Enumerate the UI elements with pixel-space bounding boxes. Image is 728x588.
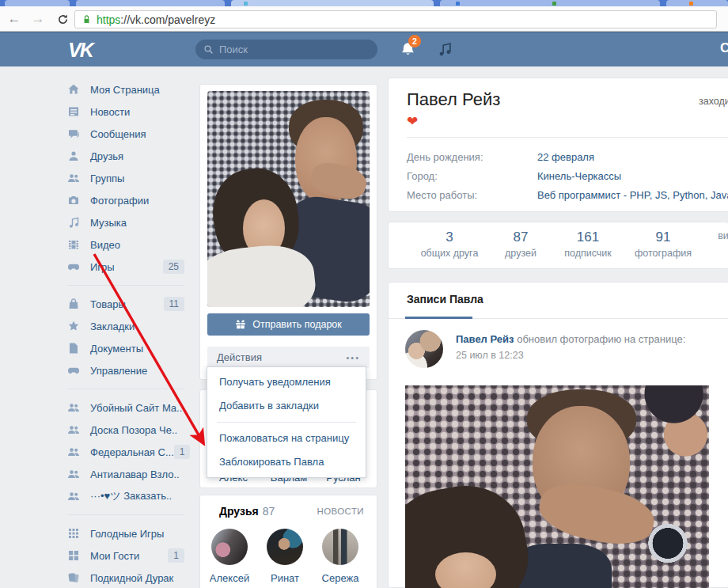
sidebar-app-link[interactable]: Подкидной Дурак	[67, 567, 184, 588]
url-path: ://vk.com/pavelreyz	[120, 13, 215, 26]
bookmarks-icon	[67, 320, 80, 332]
forward-icon[interactable]: →	[28, 9, 47, 28]
heart-emoji: ❤	[407, 113, 418, 130]
browser-tab-active[interactable]	[231, 0, 434, 6]
market-icon	[67, 298, 80, 310]
sidebar-item-my-page[interactable]: Моя Страница	[67, 78, 184, 101]
menu-item-report-page[interactable]: Пожаловаться на страницу	[207, 427, 366, 450]
profile-photo[interactable]	[207, 91, 370, 307]
post-author-avatar[interactable]	[405, 330, 443, 368]
sidebar-item-market[interactable]: Товары11	[67, 293, 184, 315]
vk-logo[interactable]: VK	[68, 39, 93, 62]
sidebar-item-news[interactable]: Новости	[67, 101, 184, 123]
vk-top-bar: VK 2 C	[0, 32, 728, 66]
sidebar-group-link[interactable]: Убойный Сайт Ма..	[67, 396, 184, 419]
friends-title[interactable]: Друзья87	[219, 505, 275, 518]
sidebar-item-video[interactable]: Видео	[67, 233, 184, 256]
friend-avatar[interactable]	[211, 529, 248, 565]
url-scheme: https	[97, 13, 120, 26]
browser-tab[interactable]	[76, 0, 225, 6]
photo-shape	[648, 524, 688, 563]
sidebar-group-link[interactable]: Федеральная С...1	[67, 441, 184, 463]
counter-friends[interactable]: 87друзей	[505, 229, 537, 260]
menu-item-block-user[interactable]: Заблокировать Павла	[207, 450, 366, 474]
browser-toolbar: ← → https://vk.com/pavelreyz	[0, 6, 728, 32]
sidebar-item-manage[interactable]: Управление	[67, 359, 184, 381]
sidebar-item-games[interactable]: Игры25	[67, 256, 184, 278]
search-box[interactable]	[195, 40, 377, 59]
post-header-text: Павел Рейз обновил фотографию на страниц…	[456, 333, 685, 345]
counter-videos[interactable]: ви	[718, 229, 728, 243]
sidebar-item-documents[interactable]: Документы	[67, 337, 184, 359]
detail-row: Город:Кинель-Черкассы	[407, 170, 438, 182]
app-cards-icon	[67, 571, 80, 584]
birthday-link[interactable]: 22 февраля	[537, 151, 594, 163]
games-count-badge: 25	[163, 260, 184, 274]
sidebar-item-messages[interactable]: Сообщения	[67, 123, 184, 145]
manage-icon	[67, 364, 80, 377]
sidebar-divider	[67, 285, 184, 286]
wall-card: Записи Павла Павел Рейз обновил фотограф…	[388, 282, 728, 588]
friend-avatar[interactable]	[267, 529, 303, 565]
menu-item-get-notifications[interactable]: Получать уведомления	[207, 370, 366, 394]
browser-tab[interactable]	[5, 0, 70, 6]
city-link[interactable]: Кинель-Черкассы	[537, 170, 621, 182]
tab-favicon	[689, 2, 693, 6]
post-photo[interactable]	[405, 385, 709, 588]
messages-icon	[67, 127, 80, 140]
left-nav: Моя Страница Новости Сообщения Друзья Гр…	[67, 78, 184, 588]
sidebar-app-link[interactable]: Голодные Игры	[67, 522, 184, 544]
friend-name-link[interactable]: Ринат	[271, 572, 299, 584]
counter-followers[interactable]: 161подписчик	[564, 229, 612, 260]
menu-item-add-bookmark[interactable]: Добавить в закладки	[207, 394, 366, 418]
profile-info-card: Павел Рейз ❤ заходи День рождения:22 фев…	[388, 78, 728, 212]
post-author-link[interactable]: Павел Рейз	[456, 333, 514, 345]
tab-wall-posts[interactable]: Записи Павла	[407, 293, 483, 305]
photo-shape	[643, 385, 709, 459]
vk-profile-page: ← → https://vk.com/pavelreyz VK 2 C Моя …	[0, 0, 728, 588]
friend-name-link[interactable]: Сережа	[322, 572, 359, 584]
sidebar-app-link[interactable]: Мои Гости1	[67, 544, 184, 567]
active-tab-underline	[405, 317, 472, 319]
group-icon	[67, 401, 80, 414]
post-date-link[interactable]: 25 июл в 12:23	[456, 350, 524, 361]
friend-name-link[interactable]: Алексей	[210, 572, 249, 584]
sidebar-item-friends[interactable]: Друзья	[67, 145, 184, 167]
browser-tab[interactable]	[440, 0, 660, 6]
sidebar-group-link[interactable]: Доска Позора Че..	[67, 419, 184, 441]
gift-icon	[235, 319, 246, 330]
games-icon	[67, 260, 80, 273]
send-gift-button[interactable]: Отправить подарок	[207, 313, 370, 336]
counter-mutual-friends[interactable]: 3общих друга	[421, 229, 479, 260]
sidebar-item-photos[interactable]: Фотографии	[67, 189, 184, 211]
documents-icon	[67, 342, 80, 355]
sidebar-group-link[interactable]: ···•♥ツ Заказать..	[67, 485, 184, 507]
friend-avatar[interactable]	[322, 529, 358, 565]
sidebar-item-bookmarks[interactable]: Закладки	[67, 315, 184, 337]
sidebar-group-link[interactable]: Антиалавар Взло..	[67, 463, 184, 485]
music-note-icon[interactable]	[437, 41, 453, 57]
back-icon[interactable]: ←	[5, 9, 24, 28]
last-seen-text: заходи	[699, 96, 728, 107]
search-icon	[203, 44, 214, 55]
friends-card: Друзья87 новости Алексей Ринат Сережа	[199, 495, 377, 588]
counter-photos[interactable]: 91фотография	[635, 229, 692, 260]
search-input[interactable]	[219, 44, 362, 55]
work-link[interactable]: Веб программист - PHP, JS, Python, Java,	[537, 189, 728, 201]
notification-count-badge: 2	[408, 35, 421, 47]
home-icon	[67, 83, 80, 96]
address-bar[interactable]: https://vk.com/pavelreyz	[74, 10, 717, 28]
actions-dropdown-toggle[interactable]: Действия •••	[207, 347, 370, 368]
actions-dropdown-menu: Получать уведомления Добавить в закладки…	[207, 366, 366, 478]
news-icon	[67, 105, 80, 118]
reload-icon[interactable]	[57, 13, 69, 25]
sidebar-item-groups[interactable]: Группы	[67, 167, 184, 189]
photos-icon	[67, 194, 80, 207]
friends-news-link[interactable]: новости	[317, 506, 365, 516]
sidebar-divider	[67, 514, 184, 515]
music-icon	[67, 216, 80, 229]
browser-tab[interactable]	[666, 0, 728, 6]
tab-favicon	[244, 2, 248, 6]
sidebar-item-music[interactable]: Музыка	[67, 211, 184, 233]
group-icon	[67, 446, 80, 458]
